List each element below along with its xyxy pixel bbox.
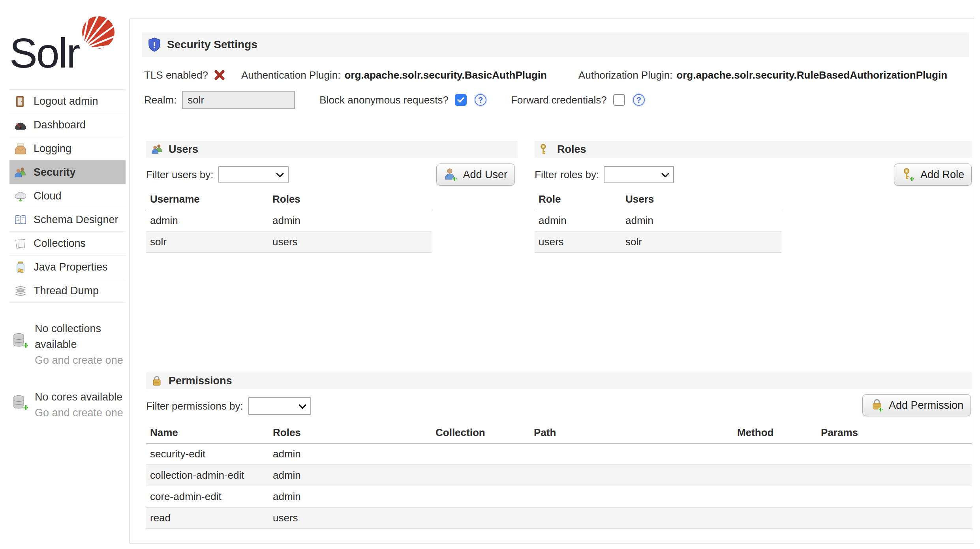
notice-title: No cores available bbox=[35, 389, 123, 405]
forward-credentials-help-icon[interactable]: ? bbox=[633, 94, 645, 106]
permissions-section-title: Permissions bbox=[169, 375, 232, 387]
users-section-header: Users bbox=[146, 141, 518, 158]
table-row[interactable]: adminadmin bbox=[146, 210, 432, 231]
block-anonymous-help-icon[interactable]: ? bbox=[475, 94, 486, 106]
sidebar-item-dashboard[interactable]: Dashboard bbox=[9, 113, 126, 137]
table-cell: admin bbox=[621, 210, 781, 231]
sidebar-item-label: Security bbox=[34, 166, 76, 179]
table-cell: admin bbox=[269, 486, 432, 508]
table-cell bbox=[432, 486, 530, 508]
solr-logo[interactable]: Solr bbox=[9, 21, 128, 80]
sidebar-item-thread-dump[interactable]: Thread Dump bbox=[9, 279, 126, 303]
table-cell: users bbox=[269, 508, 432, 529]
table-cell bbox=[530, 465, 733, 486]
sidebar-item-label: Collections bbox=[34, 237, 86, 250]
user-add-icon bbox=[444, 167, 458, 182]
roles-section-title: Roles bbox=[557, 143, 586, 156]
realm-label: Realm: bbox=[144, 94, 176, 106]
key-add-icon bbox=[901, 167, 916, 182]
column-header: Path bbox=[530, 422, 733, 444]
table-cell bbox=[530, 486, 733, 508]
sidebar-item-label: Java Properties bbox=[34, 261, 108, 273]
column-header: Username bbox=[146, 189, 268, 210]
table-cell: collection-admin-edit bbox=[146, 465, 269, 486]
forward-credentials-checkbox[interactable] bbox=[613, 94, 625, 106]
sidebar-item-collections[interactable]: Collections bbox=[9, 231, 126, 255]
column-header: Collection bbox=[432, 422, 530, 444]
roles-table: RoleUsers adminadminuserssolr bbox=[535, 189, 781, 253]
jar-icon bbox=[13, 260, 28, 274]
sidebar-item-label: Dashboard bbox=[34, 119, 86, 131]
tls-disabled-x-icon bbox=[214, 69, 225, 81]
chevron-down-icon bbox=[661, 173, 669, 178]
create-collection-link[interactable]: Go and create one bbox=[35, 352, 123, 368]
table-cell: users bbox=[535, 231, 621, 253]
table-cell: admin bbox=[146, 210, 268, 231]
filter-roles-label: Filter roles by: bbox=[535, 169, 599, 181]
roles-section-header: Roles bbox=[535, 141, 972, 158]
filter-permissions-label: Filter permissions by: bbox=[146, 400, 243, 412]
table-row[interactable]: collection-admin-editadmin bbox=[146, 465, 972, 486]
users-section: Users Filter users by: Add User Username… bbox=[146, 141, 518, 253]
sidebar-item-cloud[interactable]: Cloud bbox=[9, 184, 126, 208]
sidebar-item-java-properties[interactable]: Java Properties bbox=[9, 255, 126, 279]
permissions-section: Permissions Filter permissions by: Add P… bbox=[146, 372, 972, 529]
sidebar-item-logging[interactable]: Logging bbox=[9, 137, 126, 160]
users-table-header: UsernameRoles bbox=[146, 189, 432, 210]
sidebar-item-label: Cloud bbox=[34, 190, 62, 202]
gauge-icon bbox=[13, 118, 28, 132]
column-header: Roles bbox=[269, 422, 432, 444]
table-row[interactable]: core-admin-editadmin bbox=[146, 486, 972, 508]
create-core-link[interactable]: Go and create one bbox=[35, 405, 123, 421]
svg-text:!: ! bbox=[153, 40, 156, 50]
solr-burst-icon bbox=[76, 16, 115, 55]
table-cell bbox=[733, 444, 817, 465]
column-header: Roles bbox=[268, 189, 432, 210]
filter-permissions-select[interactable] bbox=[248, 397, 311, 415]
cloud-icon bbox=[13, 189, 28, 203]
filter-users-select[interactable] bbox=[218, 166, 289, 183]
tls-enabled-label: TLS enabled? bbox=[144, 69, 208, 81]
column-header: Method bbox=[733, 422, 817, 444]
table-cell: solr bbox=[621, 231, 781, 253]
chevron-down-icon bbox=[299, 404, 306, 410]
table-row[interactable]: readusers bbox=[146, 508, 972, 529]
table-cell: security-edit bbox=[146, 444, 269, 465]
filter-roles-select[interactable] bbox=[604, 166, 674, 183]
no-collections-notice: No collections available Go and create o… bbox=[11, 321, 123, 368]
roles-section: Roles Filter roles by: Add Role RoleUser… bbox=[535, 141, 972, 253]
lock-add-icon bbox=[870, 398, 884, 412]
authz-plugin-value: org.apache.solr.security.RuleBasedAuthor… bbox=[676, 69, 947, 81]
notice-title: available bbox=[35, 337, 123, 352]
people-icon bbox=[13, 165, 28, 180]
sidebar-menu: Logout admin Dashboard Logging Security bbox=[9, 89, 126, 303]
sidebar-item-label: Logging bbox=[34, 143, 71, 155]
table-row[interactable]: security-editadmin bbox=[146, 444, 972, 465]
people-icon bbox=[151, 143, 163, 156]
sidebar-item-logout[interactable]: Logout admin bbox=[9, 89, 126, 113]
table-cell: solr bbox=[146, 231, 268, 253]
add-user-button[interactable]: Add User bbox=[436, 164, 515, 186]
sidebar-item-security[interactable]: Security bbox=[9, 160, 126, 184]
table-cell bbox=[733, 465, 817, 486]
page-title: Security Settings bbox=[167, 38, 257, 51]
shield-icon: ! bbox=[148, 37, 161, 52]
add-role-button[interactable]: Add Role bbox=[894, 164, 972, 186]
column-header: Name bbox=[146, 422, 269, 444]
table-cell bbox=[432, 508, 530, 529]
security-settings-header: ! Security Settings bbox=[142, 32, 969, 57]
realm-input[interactable] bbox=[182, 91, 295, 109]
table-row[interactable]: adminadmin bbox=[535, 210, 781, 231]
roles-table-header: RoleUsers bbox=[535, 189, 781, 210]
table-row[interactable]: userssolr bbox=[535, 231, 781, 253]
table-cell bbox=[817, 486, 972, 508]
block-anonymous-checkbox[interactable] bbox=[455, 94, 467, 106]
sidebar-item-schema-designer[interactable]: Schema Designer bbox=[9, 208, 126, 231]
table-row[interactable]: solrusers bbox=[146, 231, 432, 253]
table-cell: admin bbox=[269, 444, 432, 465]
chevron-down-icon bbox=[276, 173, 284, 178]
notice-title: No collections bbox=[35, 321, 123, 337]
add-permission-button[interactable]: Add Permission bbox=[862, 394, 971, 416]
filter-users-label: Filter users by: bbox=[146, 169, 214, 181]
table-cell: read bbox=[146, 508, 269, 529]
